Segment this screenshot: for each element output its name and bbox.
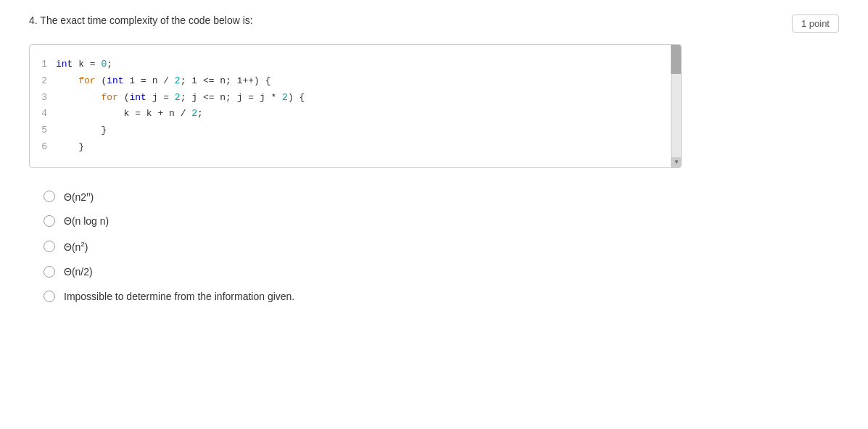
radio-option-5[interactable] [44,291,55,302]
question-number: 4. [29,14,38,26]
option-4[interactable]: Θ(n/2) [44,266,839,278]
code-line: 5 } [30,122,669,139]
option-3-label: Θ(n2) [64,240,88,253]
line-number: 1 [30,57,51,73]
line-number: 5 [30,122,51,139]
line-content: } [51,122,669,139]
line-number: 6 [30,139,51,156]
option-2[interactable]: Θ(n log n) [44,215,839,227]
code-line: 3 for (int j = 2; j <= n; j = j * 2) { [30,90,669,107]
code-line: 4 k = k + n / 2; [30,106,669,122]
option-1-label: Θ(n2n) [64,190,94,203]
code-container: 1 int k = 0; 2 for (int i = n / 2; i <= … [29,44,682,168]
radio-option-2[interactable] [44,215,55,227]
radio-option-3[interactable] [44,241,55,252]
radio-option-4[interactable] [44,266,55,278]
option-3[interactable]: Θ(n2) [44,240,839,253]
code-table: 1 int k = 0; 2 for (int i = n / 2; i <= … [30,57,669,156]
points-label: 1 point [801,18,830,29]
line-content: for (int i = n / 2; i <= n; i++) { [51,73,669,90]
scrollbar-thumb[interactable] [671,45,681,74]
line-content: } [51,139,669,156]
option-1[interactable]: Θ(n2n) [44,190,839,203]
options-list: Θ(n2n) Θ(n log n) Θ(n2) Θ(n/2) Impossibl… [44,190,839,302]
question-text: The exact time complexity of the code be… [40,14,252,26]
line-content: int k = 0; [51,57,669,73]
line-number: 3 [30,90,51,107]
scrollbar-arrow-down[interactable]: ▼ [671,157,682,167]
code-line: 6 } [30,139,669,156]
points-badge: 1 point [792,14,839,33]
option-4-label: Θ(n/2) [64,266,93,278]
option-2-label: Θ(n log n) [64,215,109,227]
scrollbar-track: ▲ ▼ [671,45,681,167]
code-line: 1 int k = 0; [30,57,669,73]
line-content: k = k + n / 2; [51,106,669,122]
radio-option-1[interactable] [44,191,55,202]
question-title: 4. The exact time complexity of the code… [29,14,253,26]
question-header: 4. The exact time complexity of the code… [29,14,839,33]
line-number: 4 [30,106,51,122]
line-content: for (int j = 2; j <= n; j = j * 2) { [51,90,669,107]
option-5[interactable]: Impossible to determine from the informa… [44,291,839,302]
code-line: 2 for (int i = n / 2; i <= n; i++) { [30,73,669,90]
option-5-label: Impossible to determine from the informa… [64,291,294,302]
line-number: 2 [30,73,51,90]
